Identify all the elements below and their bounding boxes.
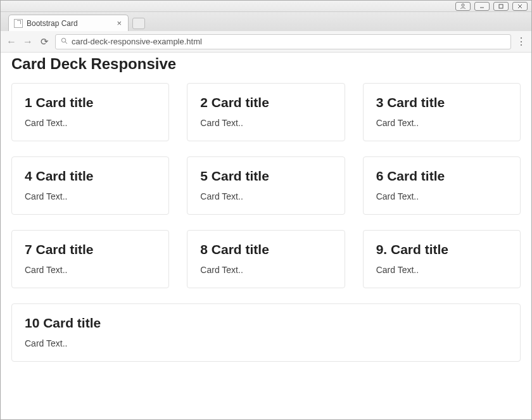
- close-window-button[interactable]: [512, 2, 528, 11]
- card-text: Card Text..: [376, 265, 507, 275]
- card-title: 4 Card title: [25, 169, 156, 184]
- card: 3 Card title Card Text..: [363, 83, 521, 141]
- card-text: Card Text..: [25, 191, 156, 201]
- card: 8 Card title Card Text..: [187, 230, 345, 288]
- card-text: Card Text..: [25, 118, 156, 128]
- card-text: Card Text..: [200, 118, 331, 128]
- card-title: 8 Card title: [200, 242, 331, 257]
- window-titlebar: [1, 1, 531, 12]
- card-text: Card Text..: [25, 265, 156, 275]
- svg-line-6: [65, 42, 67, 44]
- card-text: Card Text..: [200, 265, 331, 275]
- card: 4 Card title Card Text..: [11, 156, 169, 215]
- address-bar[interactable]: card-deck-responsive-example.html: [55, 34, 511, 49]
- card-title: 2 Card title: [200, 95, 331, 110]
- card-title: 3 Card title: [376, 95, 507, 110]
- search-icon: [61, 37, 68, 46]
- svg-point-5: [61, 38, 65, 42]
- tab-strip: Bootstrap Card ×: [1, 12, 531, 31]
- card-text: Card Text..: [376, 191, 507, 201]
- card: 9. Card title Card Text..: [363, 230, 521, 288]
- page-viewport: Card Deck Responsive 1 Card title Card T…: [1, 53, 531, 419]
- minimize-button[interactable]: [474, 2, 490, 11]
- back-button[interactable]: ←: [6, 36, 17, 48]
- reload-button[interactable]: ⟳: [39, 36, 50, 48]
- menu-button[interactable]: ⋮: [516, 35, 526, 48]
- card: 1 Card title Card Text..: [11, 83, 169, 141]
- card: 2 Card title Card Text..: [187, 83, 345, 141]
- browser-tab[interactable]: Bootstrap Card ×: [8, 15, 129, 31]
- tab-title: Bootstrap Card: [27, 19, 78, 28]
- new-tab-button[interactable]: [132, 18, 145, 29]
- card-text: Card Text..: [25, 338, 507, 348]
- card-title: 6 Card title: [376, 169, 507, 184]
- card: 7 Card title Card Text..: [11, 230, 169, 288]
- card: 6 Card title Card Text..: [363, 156, 521, 215]
- close-tab-icon[interactable]: ×: [117, 18, 122, 28]
- card-text: Card Text..: [200, 191, 331, 201]
- maximize-button[interactable]: [493, 2, 509, 11]
- browser-toolbar: ← → ⟳ card-deck-responsive-example.html …: [1, 31, 531, 53]
- card: 10 Card title Card Text..: [11, 303, 521, 362]
- page-title: Card Deck Responsive: [11, 55, 521, 73]
- svg-point-0: [462, 4, 464, 6]
- url-text: card-deck-responsive-example.html: [72, 37, 202, 46]
- card-title: 7 Card title: [25, 242, 156, 257]
- card-text: Card Text..: [376, 118, 507, 128]
- card-title: 5 Card title: [200, 169, 331, 184]
- svg-rect-2: [499, 4, 503, 8]
- card-deck: 1 Card title Card Text.. 2 Card title Ca…: [11, 83, 521, 362]
- card-title: 9. Card title: [376, 242, 507, 257]
- forward-button[interactable]: →: [22, 36, 34, 48]
- file-icon: [14, 19, 23, 28]
- card: 5 Card title Card Text..: [187, 156, 345, 215]
- card-title: 1 Card title: [25, 95, 156, 110]
- card-title: 10 Card title: [25, 315, 507, 331]
- user-icon[interactable]: [455, 2, 471, 11]
